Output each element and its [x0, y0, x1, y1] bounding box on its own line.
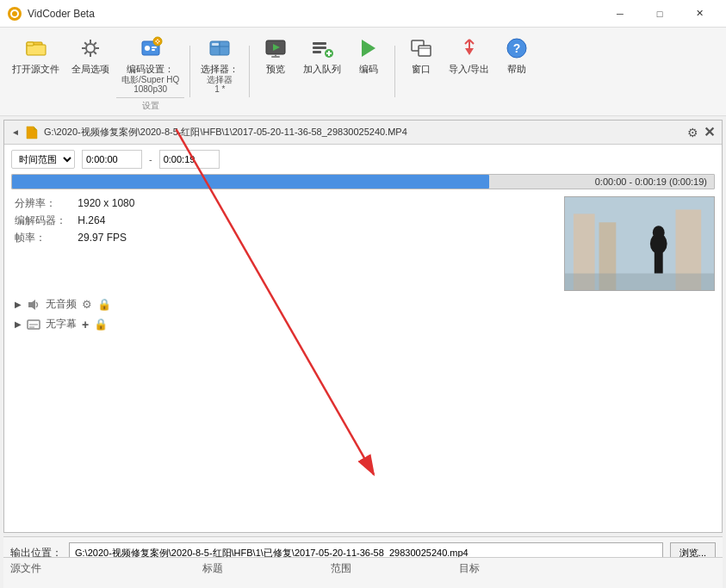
- svg-line-11: [84, 42, 87, 45]
- minimize-button[interactable]: ─: [600, 0, 640, 28]
- subtitle-track-label: 无字幕: [46, 317, 77, 331]
- audio-expand-button[interactable]: ▶: [15, 300, 22, 309]
- subtitle-icon: [27, 318, 40, 331]
- svg-rect-57: [565, 274, 714, 291]
- encode-settings-sub2: 1080p30: [133, 84, 167, 94]
- svg-marker-43: [465, 48, 474, 55]
- end-time-input[interactable]: [159, 150, 220, 169]
- tracks-area: ▶ 无音频 ⚙ 🔒 ▶ 无字幕 + 🔒: [4, 291, 722, 337]
- toolbar-divider-1: [189, 46, 190, 97]
- open-file-button[interactable]: 打开源文件: [7, 31, 65, 78]
- encode-icon: [355, 34, 382, 62]
- source-close-button[interactable]: ✕: [704, 124, 715, 140]
- svg-rect-55: [655, 252, 663, 274]
- add-to-queue-button[interactable]: 加入队列: [298, 31, 346, 78]
- svg-rect-4: [27, 45, 46, 55]
- subtitle-track-row: ▶ 无字幕 + 🔒: [15, 314, 711, 334]
- audio-track-label: 无音频: [46, 297, 77, 312]
- chooser-button[interactable]: 选择器： 选择器 1 *: [195, 31, 244, 97]
- collapse-button[interactable]: ◄: [11, 127, 20, 137]
- timeline-controls: 时间范围 -: [4, 145, 722, 174]
- svg-point-19: [153, 37, 162, 46]
- title-bar-left: VidCoder Beta: [7, 6, 95, 22]
- audio-track-row: ▶ 无音频 ⚙ 🔒: [15, 294, 711, 314]
- help-label: 帮助: [507, 64, 526, 75]
- queue-col-title: 标题: [202, 561, 331, 576]
- window-controls: ─ □ ✕: [600, 0, 719, 28]
- add-to-queue-icon: [308, 34, 336, 62]
- svg-point-6: [86, 44, 95, 53]
- window-label: 窗口: [412, 64, 431, 75]
- audio-lock-icon[interactable]: 🔒: [97, 298, 111, 311]
- chooser-num: 1 *: [214, 84, 225, 94]
- encode-settings-label: 编码设置：: [127, 64, 174, 75]
- svg-text:?: ?: [513, 41, 521, 55]
- subtitle-lock-icon[interactable]: 🔒: [94, 318, 108, 331]
- progress-label: 0:00:00 - 0:00:19 (0:00:19): [595, 176, 707, 187]
- queue-table: 源文件 标题 范围 目标: [3, 557, 723, 588]
- help-icon: ?: [503, 34, 531, 62]
- start-time-input[interactable]: [82, 150, 142, 169]
- codec-value: H.264: [78, 214, 105, 226]
- svg-rect-32: [313, 42, 326, 45]
- audio-gear-icon[interactable]: ⚙: [82, 298, 92, 311]
- maximize-button[interactable]: □: [640, 0, 679, 28]
- global-settings-button[interactable]: 全局选项: [66, 31, 115, 78]
- preview-button[interactable]: 预览: [255, 31, 296, 78]
- preview-icon: [262, 34, 289, 62]
- encode-label: 编码: [359, 64, 378, 75]
- encoding-group-label: 设置: [116, 97, 184, 112]
- svg-line-14: [84, 52, 87, 54]
- close-button[interactable]: ✕: [679, 0, 719, 28]
- open-file-icon: [22, 34, 50, 62]
- svg-rect-27: [212, 43, 219, 46]
- resolution-value: 1920 x 1080: [78, 197, 134, 209]
- global-settings-icon: [77, 34, 104, 62]
- svg-marker-38: [362, 40, 375, 57]
- source-gear-icon[interactable]: ⚙: [687, 126, 698, 139]
- help-button[interactable]: ? 帮助: [496, 31, 537, 78]
- fps-row: 帧率： 29.97 FPS: [15, 231, 407, 245]
- toolbar: 打开源文件 全局选项: [0, 28, 726, 116]
- main-content: ◄ G:\2020-视频修复案例\2020-8-5-红阳\HFB\1\2017-…: [3, 120, 723, 533]
- queue-col-source: 源文件: [10, 561, 202, 576]
- svg-line-12: [94, 52, 96, 54]
- encode-settings-items: 编码设置： 电影/Super HQ 1080p30: [116, 31, 184, 97]
- source-header: ◄ G:\2020-视频修复案例\2020-8-5-红阳\HFB\1\2017-…: [4, 121, 722, 145]
- svg-rect-34: [313, 51, 321, 53]
- fps-label: 帧率：: [15, 231, 75, 245]
- encode-settings-sub1: 电影/Super HQ: [121, 75, 179, 84]
- time-separator: -: [149, 154, 152, 164]
- subtitle-add-button[interactable]: +: [82, 318, 89, 331]
- video-info: 分辨率： 1920 x 1080 编解码器： H.264 帧率： 29.97 F…: [4, 189, 418, 252]
- progress-fill: [12, 175, 489, 189]
- import-export-button[interactable]: 导入/导出: [444, 31, 494, 78]
- queue-header: 源文件 标题 范围 目标: [3, 558, 723, 579]
- encode-settings-group: 编码设置： 电影/Super HQ 1080p30 设置: [116, 31, 184, 112]
- codec-label: 编解码器：: [15, 214, 75, 228]
- add-to-queue-label: 加入队列: [303, 64, 341, 75]
- subtitle-expand-button[interactable]: ▶: [15, 319, 22, 329]
- range-select[interactable]: 时间范围: [11, 150, 75, 169]
- encode-settings-icon: [137, 34, 164, 62]
- queue-col-target: 目标: [459, 561, 716, 576]
- import-export-label: 导入/导出: [449, 64, 489, 75]
- window-button[interactable]: 窗口: [400, 31, 442, 78]
- resolution-label: 分辨率：: [15, 196, 75, 211]
- video-file-icon: [25, 126, 39, 139]
- chooser-sub: 选择器: [207, 75, 233, 84]
- toolbar-divider-3: [394, 46, 395, 97]
- import-export-icon: [456, 34, 483, 62]
- encode-button[interactable]: 编码: [348, 31, 389, 78]
- svg-marker-48: [27, 127, 37, 139]
- window-icon: [407, 34, 435, 62]
- toolbar-divider-2: [249, 46, 250, 97]
- svg-marker-58: [28, 300, 35, 310]
- codec-row: 编解码器： H.264: [15, 214, 407, 228]
- source-path: G:\2020-视频修复案例\2020-8-5-红阳\HFB\1\2017-05…: [44, 126, 682, 139]
- audio-icon: [27, 298, 40, 312]
- fps-value: 29.97 FPS: [78, 232, 127, 244]
- global-settings-label: 全局选项: [71, 64, 109, 75]
- encode-settings-button[interactable]: 编码设置： 电影/Super HQ 1080p30: [116, 31, 184, 97]
- progress-bar[interactable]: 0:00:00 - 0:00:19 (0:00:19): [11, 174, 715, 189]
